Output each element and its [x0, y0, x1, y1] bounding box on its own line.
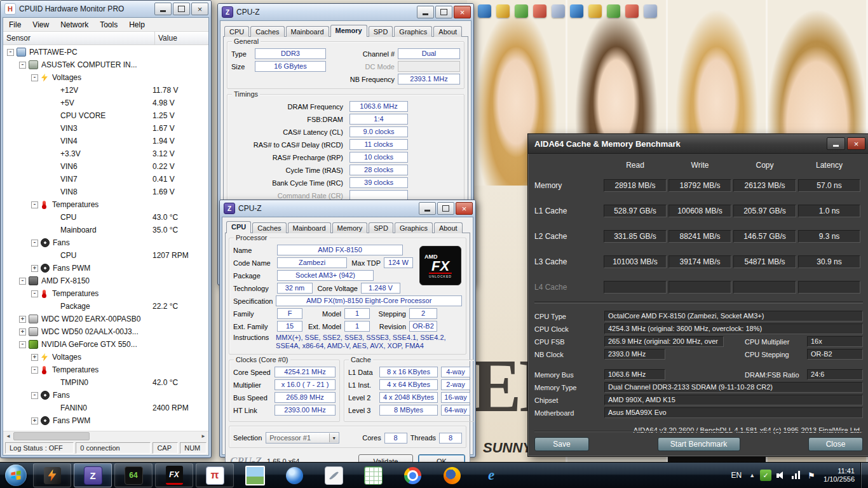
taskbar-app-amd-fx[interactable]: FX — [155, 463, 193, 487]
taskbar-app-hyperpi[interactable]: π — [196, 463, 234, 487]
minimize-button[interactable] — [827, 137, 845, 150]
desktop-shortcut-icon[interactable] — [607, 4, 620, 18]
tree-row[interactable]: +Voltages — [3, 351, 208, 363]
tree-expander-icon[interactable]: - — [19, 278, 26, 285]
tree-row[interactable]: VIN60.22 V — [3, 160, 208, 173]
taskbar-app-ie[interactable]: e — [473, 464, 510, 487]
menu-network[interactable]: Network — [55, 20, 94, 29]
cpuz-cpu-titlebar[interactable]: Z CPU-Z × — [220, 200, 475, 217]
processor-select[interactable]: Processor #1 — [266, 432, 339, 444]
desktop-shortcut-icon[interactable] — [552, 4, 565, 18]
column-header-value[interactable]: Value — [155, 32, 208, 44]
desktop-shortcut-icon[interactable] — [533, 4, 546, 18]
column-header-sensor[interactable]: Sensor — [3, 32, 155, 44]
tree-row[interactable]: VIN70.41 V — [3, 173, 208, 186]
minimize-button[interactable] — [417, 6, 434, 18]
taskbar-app-grid-app[interactable] — [355, 464, 391, 487]
tree-row[interactable]: +12V11.78 V — [3, 84, 208, 97]
tree-row[interactable]: -ASUSTeK COMPUTER IN... — [3, 58, 208, 71]
tree-row[interactable]: CPU VCORE1.25 V — [3, 109, 208, 122]
menu-help[interactable]: Help — [123, 20, 151, 29]
tree-expander-icon[interactable]: - — [31, 367, 38, 374]
tree-expander-icon[interactable]: - — [31, 74, 38, 81]
action-center-flag-icon[interactable]: ⚑ — [806, 470, 817, 481]
minimize-button[interactable] — [419, 202, 436, 215]
desktop-shortcut-icon[interactable] — [625, 4, 639, 18]
tree-expander-icon[interactable]: + — [19, 316, 26, 323]
maximize-button[interactable] — [173, 3, 190, 15]
menu-file[interactable]: File — [3, 20, 27, 29]
tab-cpu[interactable]: CPU — [226, 221, 251, 233]
tree-row[interactable]: -Temperatures — [3, 363, 208, 376]
tree-row[interactable]: -PATTAWE-PC — [3, 46, 208, 58]
tree-row[interactable]: +5V4.98 V — [3, 97, 208, 109]
close-button[interactable]: Close — [808, 437, 863, 451]
tree-row[interactable]: FANIN02400 RPM — [3, 402, 208, 414]
clock[interactable]: 11:41 1/10/2556 — [819, 467, 860, 484]
tab-about[interactable]: About — [434, 222, 463, 233]
tree-row[interactable]: Package22.2 °C — [3, 300, 208, 313]
network-icon[interactable] — [790, 470, 802, 481]
tree-expander-icon[interactable]: - — [31, 392, 38, 399]
tab-graphics[interactable]: Graphics — [395, 222, 433, 233]
tree-row[interactable]: +WDC WD20 EARX-00PASB0 — [3, 313, 208, 325]
tree-expander-icon[interactable]: - — [31, 240, 38, 247]
tree-row[interactable]: -Temperatures — [3, 198, 208, 211]
taskbar-app-cpuz[interactable]: Z — [74, 463, 112, 487]
tree-row[interactable]: VIN81.69 V — [3, 186, 208, 198]
cpuz-memory-titlebar[interactable]: Z CPU-Z × — [218, 4, 473, 20]
tree-row[interactable]: VIN31.67 V — [3, 122, 208, 135]
tree-row[interactable]: CPU1207 RPM — [3, 249, 208, 262]
desktop-shortcut-icon[interactable] — [588, 4, 602, 18]
tree-expander-icon[interactable]: + — [31, 417, 38, 424]
taskbar-app-hwmonitor[interactable] — [33, 463, 71, 487]
tab-memory[interactable]: Memory — [332, 222, 368, 233]
tab-memory[interactable]: Memory — [330, 25, 367, 37]
menu-view[interactable]: View — [27, 20, 55, 29]
hwmonitor-titlebar[interactable]: H CPUID Hardware Monitor PRO × — [1, 1, 211, 17]
tree-row[interactable]: -Temperatures — [3, 287, 208, 300]
tab-spd[interactable]: SPD — [369, 222, 393, 233]
close-button[interactable]: × — [454, 6, 471, 18]
tree-row[interactable]: CPU43.0 °C — [3, 211, 208, 224]
tree-expander-icon[interactable]: - — [19, 341, 26, 348]
tree-row[interactable]: +Fans PWM — [3, 262, 208, 274]
taskbar-app-blue-app[interactable] — [276, 464, 313, 487]
tab-cpu[interactable]: CPU — [224, 26, 249, 37]
save-button[interactable]: Save — [534, 437, 589, 451]
tree-row[interactable]: -NVIDIA GeForce GTX 550... — [3, 338, 208, 351]
tree-row[interactable]: -AMD FX-8150 — [3, 274, 208, 287]
taskbar-app-firefox[interactable] — [433, 464, 470, 487]
menu-tools[interactable]: Tools — [94, 20, 123, 29]
security-shield-icon[interactable]: ✓ — [760, 470, 771, 481]
show-desktop-button[interactable] — [860, 463, 868, 488]
desktop-shortcut-icon[interactable] — [644, 4, 657, 18]
desktop-shortcut-icon[interactable] — [570, 4, 583, 18]
tree-expander-icon[interactable]: - — [31, 290, 38, 297]
tree-expander-icon[interactable]: - — [19, 62, 26, 69]
desktop-shortcut-icon[interactable] — [478, 4, 491, 18]
horizontal-scrollbar[interactable]: ◄ ► — [3, 431, 208, 441]
taskbar-app-aida64[interactable]: 64 — [114, 463, 153, 487]
tree-expander-icon[interactable]: + — [19, 329, 26, 336]
tab-spd[interactable]: SPD — [369, 26, 393, 37]
desktop-shortcut-icon[interactable] — [496, 4, 510, 18]
tree-expander-icon[interactable]: - — [31, 201, 38, 208]
scrollbar-thumb[interactable] — [13, 432, 90, 440]
tab-mainboard[interactable]: Mainboard — [288, 222, 331, 233]
language-indicator[interactable]: EN — [726, 471, 746, 480]
maximize-button[interactable] — [437, 202, 454, 215]
start-button[interactable] — [3, 463, 29, 488]
tree-expander-icon[interactable]: + — [31, 354, 38, 361]
start-benchmark-button[interactable]: Start Benchmark — [658, 437, 740, 451]
tab-graphics[interactable]: Graphics — [394, 26, 432, 37]
tree-expander-icon[interactable]: - — [7, 49, 14, 56]
tree-row[interactable]: +Fans PWM — [3, 414, 208, 427]
tree-row[interactable]: Mainboard35.0 °C — [3, 224, 208, 236]
taskbar-app-photo[interactable] — [236, 464, 273, 487]
tab-about[interactable]: About — [433, 26, 462, 37]
tree-row[interactable]: +3.3V3.12 V — [3, 147, 208, 160]
tree-row[interactable]: -Fans — [3, 389, 208, 402]
close-button[interactable]: × — [191, 3, 208, 15]
taskbar-app-chrome[interactable] — [394, 464, 431, 487]
